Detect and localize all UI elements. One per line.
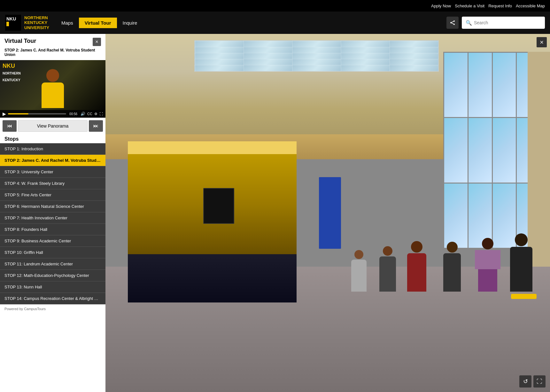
request-info-link[interactable]: Request Info: [488, 4, 512, 8]
stop-item-2[interactable]: STOP 2: James C. And Rachel M. Votruba S…: [0, 155, 105, 166]
desk-base: [128, 254, 297, 302]
panorama-close-button[interactable]: ×: [537, 37, 547, 47]
nav-right: 🔍: [446, 17, 545, 29]
progress-bar[interactable]: [8, 113, 66, 114]
video-thumbnail: NKU NORTHERNKENTUCKY: [0, 60, 105, 118]
search-input[interactable]: [474, 20, 541, 25]
person-1: [501, 233, 541, 292]
stop-item-11[interactable]: STOP 11: Landrum Academic Center: [0, 258, 105, 270]
stop-item-6[interactable]: STOP 6: Herrmann Natural Science Center: [0, 201, 105, 212]
share-icon: [450, 20, 455, 26]
play-button[interactable]: ▶: [3, 111, 6, 116]
svg-text:NKU: NKU: [6, 16, 16, 21]
desk-top-trim: [128, 141, 297, 154]
banner: [319, 177, 341, 249]
nav-virtual-tour[interactable]: Virtual Tour: [79, 18, 117, 28]
share-button[interactable]: [446, 17, 459, 29]
cc-button[interactable]: CC: [87, 112, 92, 116]
next-stop-button[interactable]: ⏭: [89, 120, 103, 132]
schedule-visit-link[interactable]: Schedule a Visit: [455, 4, 484, 8]
stop-item-12[interactable]: STOP 12: Math-Education-Psychology Cente…: [0, 270, 105, 281]
stop-item-7[interactable]: STOP 7: Health Innovation Center: [0, 212, 105, 224]
accessible-map-link[interactable]: Accessible Map: [516, 4, 545, 8]
panorama-controls: ↺ ⛶: [519, 375, 546, 388]
stops-label: Stops: [0, 134, 105, 143]
window-pane: [493, 53, 516, 117]
person-5: [372, 246, 403, 292]
video-fullscreen-button[interactable]: ⛶: [99, 112, 103, 116]
apply-now-link[interactable]: Apply Now: [431, 4, 451, 8]
search-icon: 🔍: [466, 20, 472, 26]
panorama-fullscreen-button[interactable]: ⛶: [533, 375, 546, 388]
window-pane: [469, 118, 492, 182]
top-bar: Apply Now Schedule a Visit Request Info …: [0, 0, 550, 12]
video-logo-overlay: NKU NORTHERNKENTUCKY: [3, 63, 21, 83]
ceiling-skylight: [194, 40, 439, 72]
panorama-panel: ×: [105, 34, 550, 392]
nav-links: Maps Virtual Tour Inquire: [56, 18, 446, 28]
video-controls: ▶ 00:56 🔊 CC ⚙ ⛶: [0, 110, 105, 118]
nav-inquire[interactable]: Inquire: [117, 18, 143, 28]
powered-by: Powered by CampusTours: [0, 304, 105, 313]
window-pane: [444, 184, 468, 248]
video-person: [42, 69, 64, 108]
svg-line-6: [451, 21, 454, 23]
close-panel-button[interactable]: ×: [93, 38, 101, 46]
window-pane: [469, 53, 492, 117]
person-3: [434, 242, 470, 292]
panorama-rotate-button[interactable]: ↺: [519, 375, 531, 388]
nku-logo-icon: NKU: [5, 15, 21, 31]
panel-header: Virtual Tour ×: [0, 34, 105, 48]
stop-item-4[interactable]: STOP 4: W. Frank Steely Library: [0, 178, 105, 189]
stop-item-1[interactable]: STOP 1: Introduction: [0, 143, 105, 155]
video-container: NKU NORTHERNKENTUCKY ▶ 00:56 🔊 CC ⚙: [0, 60, 105, 118]
video-time: 00:56: [68, 112, 79, 116]
stop-item-14[interactable]: STOP 14: Campus Recreation Center & Albr…: [0, 293, 105, 304]
nav-maps[interactable]: Maps: [56, 18, 79, 28]
progress-fill: [8, 113, 28, 114]
nav-bar: NKU NORTHERN KENTUCKY UNIVERSITY Maps Vi…: [0, 12, 550, 34]
window-pane: [444, 118, 468, 182]
window-pane: [444, 53, 468, 117]
logo[interactable]: NKU NORTHERN KENTUCKY UNIVERSITY: [5, 15, 49, 31]
settings-button[interactable]: ⚙: [94, 112, 97, 116]
yellow-shoes: [511, 294, 537, 299]
svg-line-7: [451, 23, 454, 24]
main-content: Virtual Tour × STOP 2: James C. And Rach…: [0, 34, 550, 392]
person-4: [399, 241, 434, 292]
video-nav-buttons: ⏮ View Panorama ⏭: [0, 118, 105, 134]
desk-monitor: [203, 188, 234, 224]
view-panorama-button[interactable]: View Panorama: [18, 120, 88, 132]
window-grid: [443, 52, 541, 249]
volume-icon[interactable]: 🔊: [81, 112, 85, 116]
stop-item-9[interactable]: STOP 9: Business Academic Center: [0, 235, 105, 247]
panorama-scene[interactable]: [105, 34, 550, 392]
stop-item-8[interactable]: STOP 8: Founders Hall: [0, 224, 105, 235]
logo-text: NORTHERN KENTUCKY UNIVERSITY: [24, 15, 49, 30]
stop-item-13[interactable]: STOP 13: Nunn Hall: [0, 281, 105, 293]
person-2: [470, 238, 506, 292]
prev-stop-button[interactable]: ⏮: [3, 120, 17, 132]
stops-list: STOP 1: Introduction STOP 2: James C. An…: [0, 143, 105, 304]
stop-item-10[interactable]: STOP 10: Griffin Hall: [0, 247, 105, 258]
stop-item-5[interactable]: STOP 5: Fine Arts Center: [0, 189, 105, 201]
search-box[interactable]: 🔍: [462, 17, 545, 29]
stop-item-3[interactable]: STOP 3: University Center: [0, 166, 105, 178]
window-pane: [493, 118, 516, 182]
current-stop-label: STOP 2: James C. And Rachel M. Votruba S…: [0, 48, 105, 60]
left-panel: Virtual Tour × STOP 2: James C. And Rach…: [0, 34, 105, 392]
person-6: [345, 250, 372, 292]
svg-rect-2: [6, 22, 9, 26]
virtual-tour-title: Virtual Tour: [4, 38, 36, 44]
